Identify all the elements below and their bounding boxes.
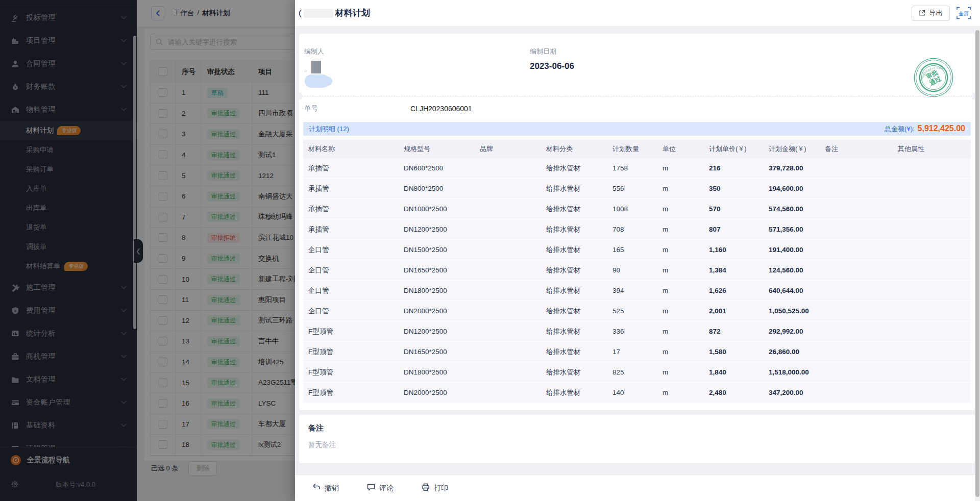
print-icon	[421, 483, 430, 493]
cell-category: 给排水管材	[541, 199, 607, 219]
order-number-label: 单号	[304, 104, 410, 113]
export-icon	[919, 10, 925, 16]
cell-other	[893, 362, 971, 382]
undo-button[interactable]: 撤销	[309, 482, 342, 494]
cell-spec: DN1650*2500	[399, 260, 475, 280]
detail-table-header: 材料名称规格型号品牌材料分类计划数量单位计划单价(￥)计划金额(￥)备注其他属性	[303, 140, 971, 158]
cell-brand	[475, 219, 541, 239]
cell-spec: DN1200*2500	[399, 219, 475, 239]
plan-detail-bar: 计划明细 (12) 总金额(¥): 5,912,425.00	[303, 122, 971, 136]
cell-spec: DN800*2500	[399, 179, 475, 198]
cell-other	[893, 260, 971, 280]
cell-spec: DN2000*2500	[399, 301, 475, 321]
cell-remark	[820, 199, 893, 219]
cell-name: 承插管	[303, 219, 399, 239]
cell-qty: 556	[607, 179, 657, 198]
material-detail-table: 材料名称规格型号品牌材料分类计划数量单位计划单价(￥)计划金额(￥)备注其他属性…	[303, 140, 971, 403]
cell-remark	[820, 301, 893, 321]
cell-price: 2,001	[704, 301, 764, 321]
cell-category: 给排水管材	[541, 301, 607, 321]
cell-amount: 347,200.00	[764, 383, 820, 403]
cell-name: F型顶管	[303, 342, 399, 362]
cell-brand	[475, 179, 541, 198]
detail-row[interactable]: 企口管DN1800*2500给排水管材394m1,626640,644.00	[303, 281, 971, 301]
cell-category: 给排水管材	[541, 362, 607, 382]
cell-spec: DN600*2500	[399, 158, 475, 178]
cell-brand	[475, 240, 541, 260]
approval-stamp: dougongyun-com 审批 通过	[913, 57, 954, 98]
detail-row[interactable]: 承插管DN600*2500给排水管材1758m216379,728.00	[303, 158, 971, 179]
order-row: 单号 CLJH20230606001	[299, 104, 975, 114]
comment-button[interactable]: 评论	[363, 482, 397, 494]
cell-spec: DN1000*2500	[399, 199, 475, 219]
detail-row[interactable]: 承插管DN1000*2500给排水管材1008m570574,560.00	[303, 199, 971, 219]
detail-row[interactable]: 承插管DN1200*2500给排水管材708m807571,356.00	[303, 219, 971, 240]
cell-other	[893, 281, 971, 300]
detail-col-1: 规格型号	[399, 140, 475, 158]
cell-remark	[820, 281, 893, 300]
detail-row[interactable]: 承插管DN800*2500给排水管材556m350194,600.00	[303, 179, 971, 199]
cell-spec: DN2000*2500	[399, 383, 475, 403]
date-value: 2023-06-06	[530, 61, 574, 71]
cell-remark	[820, 383, 893, 403]
fullscreen-button[interactable]: 全屏	[957, 7, 971, 19]
drawer-scrollbar[interactable]	[975, 27, 980, 501]
cell-remark	[820, 362, 893, 382]
print-button[interactable]: 打印	[418, 482, 451, 494]
cell-qty: 525	[607, 301, 657, 321]
undo-icon	[312, 483, 321, 493]
redacted-name-tag	[305, 74, 329, 88]
cell-brand	[475, 321, 541, 341]
cell-category: 给排水管材	[541, 281, 607, 300]
creator-redacted: ..	[304, 61, 340, 88]
remark-title: 备注	[308, 423, 966, 433]
cell-unit: m	[657, 383, 704, 403]
cell-unit: m	[657, 321, 704, 341]
cell-qty: 825	[607, 362, 657, 382]
detail-col-2: 品牌	[475, 140, 541, 158]
cell-name: 企口管	[303, 301, 399, 321]
cell-other	[893, 158, 971, 178]
drawer-header: ( 材料计划 导出 全屏	[295, 0, 980, 27]
cell-qty: 17	[607, 342, 657, 362]
detail-row[interactable]: F型顶管DN1650*2500给排水管材17m1,58026,860.00	[303, 342, 971, 362]
cell-remark	[820, 321, 893, 341]
cell-remark	[820, 260, 893, 280]
cell-other	[893, 342, 971, 362]
cell-name: 承插管	[303, 158, 399, 178]
cell-brand	[475, 362, 541, 382]
detail-row[interactable]: F型顶管DN2000*2500给排水管材140m2,480347,200.00	[303, 383, 971, 403]
title-prefix: (	[299, 8, 302, 18]
redacted-project-name	[304, 9, 333, 18]
cell-category: 给排水管材	[541, 158, 607, 178]
cell-amount: 640,644.00	[764, 281, 820, 300]
redacted-avatar	[311, 61, 321, 73]
detail-row[interactable]: F型顶管DN1200*2500给排水管材336m872292,992.00	[303, 321, 971, 342]
cell-unit: m	[657, 260, 704, 280]
detail-col-9: 其他属性	[893, 140, 971, 158]
cell-amount: 571,356.00	[764, 219, 820, 239]
material-plan-drawer: ( 材料计划 导出 全屏 编制人	[295, 0, 980, 501]
cell-unit: m	[657, 199, 704, 219]
detail-row[interactable]: F型顶管DN1800*2500给排水管材825m1,8401,518,000.0…	[303, 362, 971, 383]
cell-spec: DN1800*2500	[399, 281, 475, 300]
detail-row[interactable]: 企口管DN1500*2500给排水管材165m1,160191,400.00	[303, 240, 971, 260]
cell-amount: 26,860.00	[764, 342, 820, 362]
detail-row[interactable]: 企口管DN2000*2500给排水管材525m2,0011,050,525.00	[303, 301, 971, 321]
comment-icon	[366, 483, 376, 493]
cell-category: 给排水管材	[541, 383, 607, 403]
cell-price: 1,626	[704, 281, 764, 300]
creator-label: 编制人	[304, 47, 340, 56]
cell-amount: 1,518,000.00	[764, 362, 820, 382]
cell-price: 216	[704, 158, 764, 178]
detail-row[interactable]: 企口管DN1650*2500给排水管材90m1,384124,560.00	[303, 260, 971, 281]
date-block: 编制日期 2023-06-06	[530, 47, 574, 71]
drawer-scrollbar-thumb[interactable]	[975, 30, 979, 497]
cell-price: 1,580	[704, 342, 764, 362]
cell-unit: m	[657, 179, 704, 198]
cell-price: 570	[704, 199, 764, 219]
cell-remark	[820, 158, 893, 178]
modal-mask[interactable]	[0, 0, 295, 501]
cell-brand	[475, 199, 541, 219]
export-button[interactable]: 导出	[912, 6, 950, 21]
